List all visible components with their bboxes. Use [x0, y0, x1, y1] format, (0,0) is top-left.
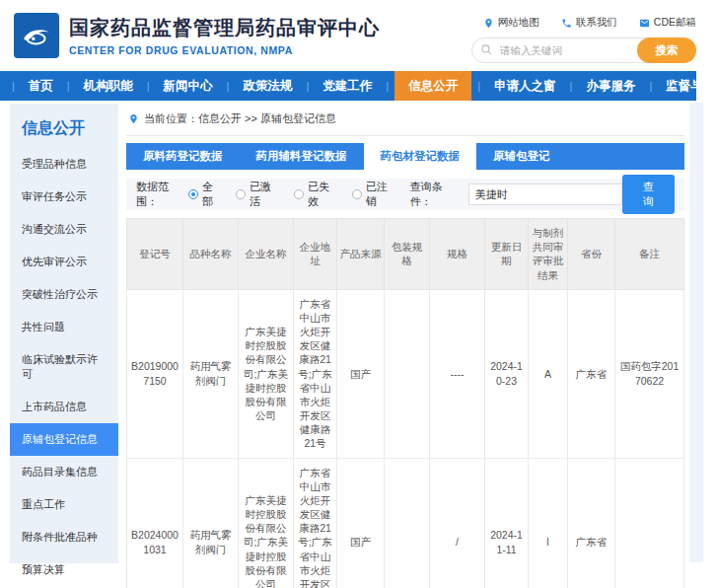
range-radio[interactable]: 已激活: [236, 180, 280, 209]
radio-dot-icon: [294, 189, 304, 199]
nav-item-label[interactable]: 首页: [21, 71, 61, 101]
query-button[interactable]: 查询: [622, 175, 675, 214]
column-header: 规格: [430, 219, 485, 290]
nav-item-label[interactable]: 监督与反馈: [658, 71, 716, 101]
filter-bar: 数据范围： 全部 已激活: [126, 179, 684, 210]
sitemap-label: 网站地图: [498, 16, 539, 30]
table-row[interactable]: B20240001031 药用气雾剂阀门 广东美捷时控股股份有限公司;广东美捷时…: [127, 458, 684, 588]
mailbox-label: CDE邮箱: [654, 16, 696, 30]
main-nav: 首页 机构职能 新闻中心 政策法规 党建工作 信息公开 申请人之窗: [0, 71, 696, 101]
nav-item: 首页: [6, 71, 61, 101]
sidebar-title: 信息公开: [10, 104, 118, 148]
cell-address: 广东省中山市火炬开发区健康路21号;广东省中山市火炬开发区健康路21号: [294, 289, 337, 458]
nav-item-label[interactable]: 新闻中心: [156, 71, 221, 101]
nav-item-label[interactable]: 政策法规: [235, 71, 300, 101]
range-radio[interactable]: 已失效: [294, 180, 338, 209]
sidebar-item[interactable]: 原辅包登记信息: [10, 423, 118, 456]
tab[interactable]: 原辅包登记: [476, 143, 567, 170]
column-header: 产品来源: [337, 219, 385, 290]
range-label: 数据范围：: [136, 180, 188, 209]
table-head: 登记号 品种名称 企业名称 企业地址 产品来源 包装规格 规格: [127, 219, 684, 290]
cell-address: 广东省中山市火炬开发区健康路21号;广东省中山市火炬开发区健康路21号: [294, 458, 337, 588]
breadcrumb: 当前位置：信息公开 >> 原辅包登记信息: [126, 104, 684, 136]
phone-icon: [561, 18, 572, 29]
range-radio[interactable]: 全部: [188, 180, 222, 209]
query-label: 查询条件：: [410, 180, 463, 209]
main-panel: 当前位置：信息公开 >> 原辅包登记信息 原料药登记数据 药用辅料登记数据 药包…: [126, 104, 684, 588]
header-searchbar: 搜索: [471, 37, 696, 63]
nav-item-label[interactable]: 申请人之窗: [486, 71, 564, 101]
contact-label: 联系我们: [576, 16, 617, 30]
column-header: 企业名称: [239, 219, 294, 290]
range-radio-group: 全部 已激活 已失效: [188, 180, 396, 209]
table-header-row: 登记号 品种名称 企业名称 企业地址 产品来源 包装规格 规格: [127, 219, 684, 290]
nav-item: 政策法规: [221, 71, 301, 101]
sidebar-item[interactable]: 受理品种信息: [10, 148, 118, 181]
radio-dot-icon: [188, 189, 198, 199]
sidebar-item[interactable]: 临床试验默示许可: [10, 343, 118, 391]
cell-reg-no: B20240001031: [127, 458, 183, 588]
cell-variety: 药用气雾剂阀门: [183, 458, 239, 588]
top-links: 网站地图 联系我们 CDE邮箱: [483, 16, 696, 30]
radio-label: 全部: [202, 180, 222, 209]
table-row[interactable]: B20190007150 药用气雾剂阀门 广东美捷时控股股份有限公司;广东美捷时…: [127, 289, 684, 458]
cell-remark: 国药包字20170622: [615, 289, 684, 458]
sidebar-item[interactable]: 药品目录集信息: [10, 456, 118, 488]
cell-variety: 药用气雾剂阀门: [183, 289, 239, 458]
nav-item: 申请人之窗: [471, 71, 563, 101]
content-area: 信息公开 受理品种信息 审评任务公示 沟通交流公示 优先审评公示 突破性治疗公示…: [0, 101, 716, 588]
sidebar-item[interactable]: 优先审评公示: [10, 246, 118, 278]
sitemap-link[interactable]: 网站地图: [483, 16, 539, 30]
sidebar-item[interactable]: 共性问题: [10, 311, 118, 343]
sidebar-item[interactable]: 上市药品信息: [10, 391, 118, 423]
nav-item: 监督与反馈: [643, 71, 716, 101]
sidebar-item[interactable]: 审评任务公示: [10, 181, 118, 213]
radio-dot-icon: [352, 189, 362, 199]
range-radio[interactable]: 已注销: [352, 180, 396, 209]
nav-item-label[interactable]: 机构职能: [76, 71, 141, 101]
nav-item-label[interactable]: 党建工作: [315, 71, 380, 101]
sidebar-item[interactable]: 突破性治疗公示: [10, 278, 118, 311]
cell-spec: /: [430, 458, 485, 588]
cell-update-date: 2024-10-23: [485, 289, 529, 458]
site-header: 国家药品监督管理局药品审评中心 CENTER FOR DRUG EVALUATI…: [0, 0, 716, 71]
radio-dot-icon: [236, 189, 246, 199]
sidebar-item[interactable]: 重点工作: [10, 488, 118, 521]
site-title: 国家药品监督管理局药品审评中心: [69, 15, 380, 41]
cell-province: 广东省: [568, 458, 615, 588]
cell-package-spec: [385, 289, 430, 458]
swoosh-icon: [20, 19, 53, 52]
brand: 国家药品监督管理局药品审评中心 CENTER FOR DRUG EVALUATI…: [14, 13, 380, 58]
scrollbar-track[interactable]: [689, 103, 703, 562]
column-header: 包装规格: [385, 219, 430, 290]
query-input[interactable]: [468, 184, 622, 205]
sidebar-item[interactable]: 沟通交流公示: [10, 213, 118, 246]
mailbox-link[interactable]: CDE邮箱: [639, 16, 696, 30]
nav-item: 机构职能: [61, 71, 141, 101]
search-button[interactable]: 搜索: [637, 37, 696, 63]
cell-company: 广东美捷时控股股份有限公司;广东美捷时控股股份有限公司: [239, 289, 294, 458]
cell-spec: ----: [430, 289, 485, 458]
tab[interactable]: 药包材登记数据: [364, 143, 477, 170]
sidebar-item[interactable]: 附条件批准品种: [10, 521, 118, 553]
header-right: 网站地图 联系我们 CDE邮箱 搜索: [471, 13, 696, 63]
column-header: 与制剂共同审评审批结果: [529, 219, 568, 290]
column-header: 品种名称: [183, 219, 239, 290]
nav-item: 信息公开: [380, 71, 471, 101]
nav-item-label[interactable]: 信息公开: [394, 71, 471, 101]
location-pin-icon: [483, 18, 494, 29]
table-body: B20190007150 药用气雾剂阀门 广东美捷时控股股份有限公司;广东美捷时…: [127, 289, 684, 588]
radio-label: 已失效: [308, 180, 338, 209]
cell-province: 广东省: [568, 289, 615, 458]
search-icon: [480, 43, 493, 56]
sidebar-item[interactable]: 预算决算: [10, 553, 118, 586]
nav-item-label[interactable]: 办事服务: [578, 71, 643, 101]
mail-icon: [639, 18, 650, 29]
tab[interactable]: 药用辅料登记数据: [240, 143, 364, 170]
cell-source: 国产: [337, 458, 385, 588]
nav-item: 党建工作: [300, 71, 380, 101]
radio-label: 已注销: [366, 180, 396, 209]
cell-package-spec: [385, 458, 430, 588]
contact-link[interactable]: 联系我们: [561, 16, 617, 30]
tab[interactable]: 原料药登记数据: [126, 143, 240, 170]
